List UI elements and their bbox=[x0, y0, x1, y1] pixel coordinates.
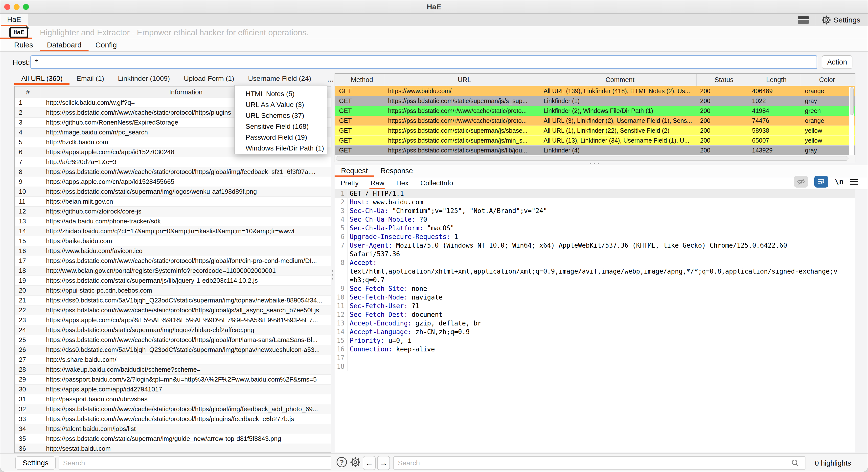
tab-hae[interactable]: HaE bbox=[0, 13, 28, 26]
vertical-scrollbar[interactable] bbox=[849, 87, 854, 155]
left-tab-1[interactable]: Email (1) bbox=[69, 73, 111, 84]
left-tab-2[interactable]: Linkfinder (1009) bbox=[111, 73, 177, 84]
left-tab-3[interactable]: Upload Form (1) bbox=[177, 73, 241, 84]
scrollbar-thumb[interactable] bbox=[336, 156, 848, 161]
hide-nonprintable-button[interactable] bbox=[794, 176, 808, 188]
table-row[interactable]: 10https://pss.bdstatic.com/static/superm… bbox=[15, 187, 331, 197]
left-settings-button[interactable]: Settings bbox=[15, 457, 56, 470]
tab-config[interactable]: Config bbox=[89, 39, 124, 52]
dropdown-item-3[interactable]: Sensitive Field (168) bbox=[235, 121, 327, 132]
left-tab-4[interactable]: Username Field (24) bbox=[241, 73, 318, 84]
row-index: 15 bbox=[15, 236, 41, 246]
tab-collectinfo[interactable]: CollectInfo bbox=[414, 177, 459, 189]
col-comment[interactable]: Comment bbox=[541, 74, 696, 86]
table-row[interactable]: 9https://apps.apple.com/cn/app/id1528455… bbox=[15, 177, 331, 187]
line-number bbox=[335, 250, 347, 259]
editor-line: 11Sec-Fetch-User: ?1 bbox=[335, 302, 856, 310]
col-method[interactable]: Method bbox=[335, 74, 385, 86]
search-prev-button[interactable]: ← bbox=[363, 456, 376, 470]
tab-response[interactable]: Response bbox=[374, 165, 420, 177]
cell-length: 65007 bbox=[748, 136, 801, 145]
scrollbar-thumb[interactable] bbox=[850, 87, 854, 115]
dropdown-item-4[interactable]: Password Field (19) bbox=[235, 132, 327, 143]
tab-rules[interactable]: Rules bbox=[7, 39, 40, 52]
col-status[interactable]: Status bbox=[696, 74, 748, 86]
table-row[interactable]: 24https://pss.bdstatic.com/static/superm… bbox=[15, 325, 331, 335]
host-input[interactable] bbox=[30, 55, 817, 69]
table-row[interactable]: 29https://passport.baidu.com/v2/?login&t… bbox=[15, 375, 331, 384]
horizontal-splitter-handle[interactable] bbox=[590, 163, 599, 164]
tab-pretty[interactable]: Pretty bbox=[335, 177, 365, 189]
cell-length: 406489 bbox=[748, 86, 801, 96]
action-button[interactable]: Action bbox=[822, 55, 852, 69]
table-row[interactable]: 20https://ppui-static-pc.cdn.bcebos.com bbox=[15, 286, 331, 296]
table-row[interactable]: 13https://ada.baidu.com/phone-tracker/sd… bbox=[15, 216, 331, 226]
left-search-input[interactable] bbox=[59, 457, 331, 470]
dropdown-item-0[interactable]: HTML Notes (5) bbox=[235, 89, 327, 99]
table-row[interactable]: 21https://dss0.bdstatic.com/5aV1bjqh_Q23… bbox=[15, 296, 331, 305]
request-row[interactable]: GEThttps://www.baidu.com/All URL (139), … bbox=[335, 86, 855, 96]
tab-request[interactable]: Request bbox=[335, 165, 374, 177]
row-index: 30 bbox=[15, 384, 41, 394]
table-row[interactable]: 16https://www.baidu.com/favicon.ico bbox=[15, 246, 331, 256]
col-color[interactable]: Color bbox=[801, 74, 849, 86]
request-row[interactable]: GEThttps://pss.bdstatic.com/static/super… bbox=[335, 145, 855, 155]
layout-panel-icon[interactable] bbox=[798, 16, 809, 24]
table-row[interactable]: 32https://pss.bdstatic.com/r/www/cache/s… bbox=[15, 404, 331, 414]
table-row[interactable]: 23https://apps.apple.com/cn/app/%E5%AE%9… bbox=[15, 315, 331, 325]
table-row[interactable]: 26https://dss0.bdstatic.com/5aV1bjqh_Q23… bbox=[15, 345, 331, 355]
table-row[interactable]: 18http://www.beian.gov.cn/portal/registe… bbox=[15, 266, 331, 276]
dropdown-item-1[interactable]: URL As A Value (3) bbox=[235, 99, 327, 110]
col-index[interactable]: # bbox=[15, 87, 41, 98]
table-row[interactable]: 22https://pss.bdstatic.com/r/www/cache/s… bbox=[15, 305, 331, 315]
dropdown-item-2[interactable]: URL Schemes (37) bbox=[235, 110, 327, 121]
tab-databoard[interactable]: Databoard bbox=[40, 39, 89, 52]
table-row[interactable]: 27http://s.share.baidu.com/ bbox=[15, 355, 331, 365]
request-row[interactable]: GEThttps://pss.bdstatic.com/static/super… bbox=[335, 126, 855, 135]
col-url[interactable]: URL bbox=[385, 74, 541, 86]
table-row[interactable]: 33https://pss.bdstatic.com/r/www/cache/s… bbox=[15, 414, 331, 424]
table-row[interactable]: 36http://sestat.baidu.com bbox=[15, 444, 331, 453]
table-row[interactable]: 35https://pss.bdstatic.com/static/superm… bbox=[15, 434, 331, 444]
table-row[interactable]: 34https://talent.baidu.com/jobs/list bbox=[15, 424, 331, 434]
vertical-splitter-handle[interactable] bbox=[332, 270, 333, 279]
editor-line: =b3;q=0.7 bbox=[335, 276, 856, 284]
help-icon[interactable]: ? bbox=[337, 457, 347, 467]
editor-search-input[interactable] bbox=[394, 457, 805, 470]
tab-hex[interactable]: Hex bbox=[390, 177, 414, 189]
editor-settings-button[interactable] bbox=[350, 457, 361, 469]
table-row[interactable]: 14http://zhidao.baidu.com/q?ct=17&amp;pn… bbox=[15, 226, 331, 236]
table-row[interactable]: 17https://pss.bdstatic.com/r/www/cache/s… bbox=[15, 256, 331, 266]
table-row[interactable]: 25https://pss.bdstatic.com/r/www/cache/s… bbox=[15, 335, 331, 345]
search-next-button[interactable]: → bbox=[377, 456, 390, 470]
table-row[interactable]: 7http://a/c%20d?a=1&c=3 bbox=[15, 157, 331, 167]
table-row[interactable]: 31http://passport.baidu.com/ubrwsbas bbox=[15, 395, 331, 404]
settings-button[interactable]: Settings bbox=[821, 15, 860, 25]
raw-request-editor[interactable]: 1GET / HTTP/1.12Host: www.baidu.com3Sec-… bbox=[335, 189, 856, 452]
table-row[interactable]: 12https://github.com/zloirock/core-js bbox=[15, 207, 331, 216]
left-tab-0[interactable]: All URL (360) bbox=[14, 73, 69, 84]
row-url: http://s.share.baidu.com/ bbox=[41, 355, 331, 365]
table-row[interactable]: 28https://wakeup.baidu.com/baidudict/sch… bbox=[15, 365, 331, 375]
request-row[interactable]: GEThttps://pss.bdstatic.com/r/www/cache/… bbox=[335, 116, 855, 126]
request-row[interactable]: GEThttps://pss.bdstatic.com/r/www/cache/… bbox=[335, 106, 855, 116]
table-row[interactable]: 30https://apps.apple.com/app/id427941017 bbox=[15, 384, 331, 395]
request-row[interactable]: GEThttps://pss.bdstatic.com/static/super… bbox=[335, 96, 855, 106]
editor-menu-icon[interactable] bbox=[850, 177, 858, 186]
tab-raw[interactable]: Raw bbox=[365, 177, 390, 189]
request-row[interactable]: GEThttps://pss.bdstatic.com/static/super… bbox=[335, 135, 855, 145]
cell-color: green bbox=[801, 106, 849, 116]
col-length[interactable]: Length bbox=[748, 74, 801, 86]
line-number: 10 bbox=[335, 293, 347, 302]
row-url: http://a/c%20d?a=1&c=3 bbox=[41, 157, 331, 167]
divider bbox=[815, 15, 815, 25]
overflow-ellipsis: ... bbox=[327, 75, 334, 82]
table-row[interactable]: 19https://pss.bdstatic.com/static/superm… bbox=[15, 276, 331, 286]
dropdown-item-5[interactable]: Windows File/Dir Path (1) bbox=[235, 143, 327, 154]
table-row[interactable]: 8https://pss.bdstatic.com/r/www/cache/st… bbox=[15, 167, 331, 177]
table-row[interactable]: 11https://beian.miit.gov.cn bbox=[15, 197, 331, 207]
table-row[interactable]: 15https://baike.baidu.com bbox=[15, 236, 331, 246]
show-newlines-toggle[interactable]: \n bbox=[835, 177, 843, 186]
horizontal-scrollbar[interactable] bbox=[335, 155, 855, 162]
word-wrap-button[interactable] bbox=[814, 176, 828, 188]
